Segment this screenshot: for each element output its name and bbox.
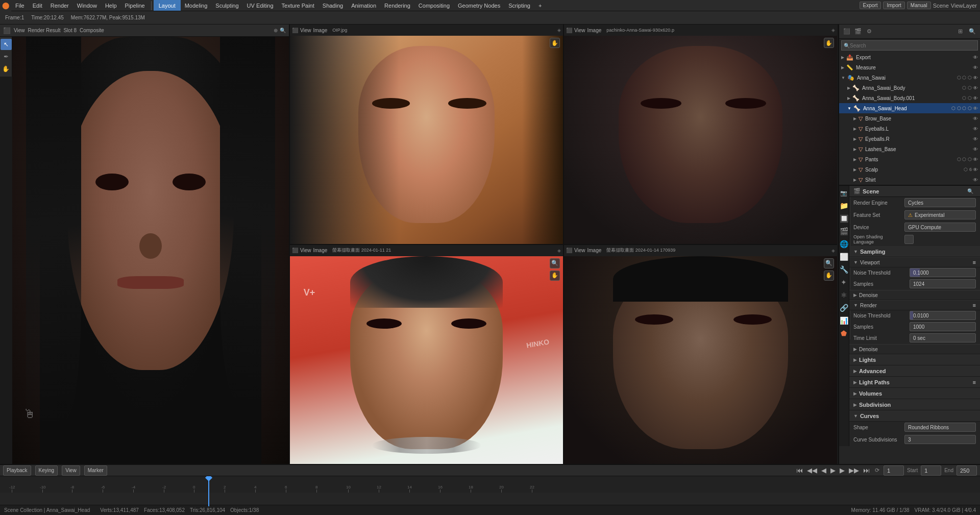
panel-icon-filter[interactable]: ⚙ [864, 26, 875, 37]
go-to-end-btn[interactable]: ⏭ [862, 467, 871, 474]
outliner-measure[interactable]: ▶ 📏 Measure 👁 [839, 62, 980, 72]
tl-view-btn[interactable]: View [300, 28, 311, 33]
tl-pan-icon[interactable]: ✋ [550, 38, 560, 48]
left-vp-zoom-icon[interactable]: 🔍 [280, 28, 286, 33]
left-vp-render-result[interactable]: Render Result [28, 28, 61, 33]
shirt-vis[interactable]: 👁 [973, 177, 978, 183]
anna-vis[interactable]: 👁 [973, 75, 978, 81]
blender-logo-icon[interactable]: ⬤ [0, 0, 11, 11]
body001-vis[interactable]: 👁 [973, 95, 978, 101]
left-vp-overlay-icon[interactable]: ⊕ [274, 28, 278, 33]
left-vp-composite[interactable]: Composite [80, 28, 104, 33]
sampling-section-header[interactable]: ▼ Sampling [849, 246, 980, 257]
tab-view-layer[interactable]: 🔲 [838, 212, 850, 225]
eyeR-vis[interactable]: 👁 [973, 136, 978, 142]
tool-hand[interactable]: ✋ [1, 63, 12, 75]
viewport-noise-bar[interactable]: 0.1000 [910, 268, 976, 277]
tr-view-btn[interactable]: View [574, 28, 585, 33]
scalp-vis[interactable]: 👁 [973, 167, 978, 173]
tl-image-btn[interactable]: Image [313, 28, 328, 33]
outliner-lashes-base[interactable]: ▶ ▽ Lashes_Base 👁 [839, 144, 980, 154]
bl-search-icon[interactable]: 🔍 [550, 258, 560, 268]
body-vis[interactable]: 👁 [973, 85, 978, 91]
viewport-cell-content-br[interactable]: 🔍 ✋ [564, 256, 837, 464]
outliner-eyeballs-l[interactable]: ▶ ▽ Eyeballs.L 👁 [839, 124, 980, 134]
workspace-animation[interactable]: Animation [347, 0, 380, 11]
workspace-geometry-nodes[interactable]: Geometry Nodes [454, 0, 504, 11]
go-to-start-btn[interactable]: ⏮ [795, 467, 804, 474]
viewport-cell-content-bl[interactable]: V+ HINKO 🔍 ✋ [290, 256, 563, 464]
bl-view-btn[interactable]: View [300, 248, 311, 253]
br-search-icon[interactable]: 🔍 [824, 258, 834, 268]
workspace-shading[interactable]: Shading [318, 0, 347, 11]
measure-vis[interactable]: 👁 [973, 65, 978, 70]
workspace-rendering[interactable]: Rendering [380, 0, 414, 11]
viewport-denoise-header[interactable]: ▶ Denoise [849, 290, 980, 300]
menu-window[interactable]: Window [73, 0, 101, 11]
workspace-add[interactable]: + [534, 0, 546, 11]
panel-view-icon[interactable]: ⊞ [954, 26, 966, 37]
open-shading-toggle[interactable] [904, 235, 914, 244]
br-view-btn[interactable]: View [574, 248, 585, 253]
left-vp-slot[interactable]: Slot 8 [63, 28, 77, 33]
menu-render[interactable]: Render [46, 0, 73, 11]
tab-object[interactable]: ⬜ [838, 251, 850, 263]
render-engine-value[interactable]: Cycles [904, 198, 976, 207]
tr-expand-icon[interactable]: ◈ [831, 28, 835, 33]
end-frame-input[interactable]: 250 [957, 465, 977, 476]
br-expand-icon[interactable]: ◈ [831, 248, 835, 253]
panel-icon-scene[interactable]: 🎬 [852, 26, 864, 37]
curve-subdiv-value[interactable]: 3 [904, 435, 976, 444]
workspace-compositing[interactable]: Compositing [414, 0, 454, 11]
outliner-scalp[interactable]: ▶ ▽ Scalp ⬡ 6 👁 [839, 164, 980, 175]
curves-shape-value[interactable]: Rounded Ribbons [904, 423, 976, 432]
feature-set-value[interactable]: ⚠ Experimental [904, 210, 976, 219]
left-vp-view-btn[interactable]: View [14, 28, 25, 33]
tab-scene[interactable]: 🎬 [838, 225, 850, 237]
render-expand-icon[interactable]: ≡ [973, 302, 976, 308]
outliner-shirt[interactable]: ▶ ▽ Shirt 👁 [839, 175, 980, 185]
tab-physics[interactable]: ⚛ [838, 289, 850, 301]
export-vis[interactable]: 👁 [973, 55, 978, 60]
tab-render[interactable]: 📷 [838, 187, 850, 199]
menu-pipeline[interactable]: Pipeline [121, 0, 149, 11]
play-btn[interactable]: ▶ [829, 467, 837, 474]
outliner-brow-base[interactable]: ▶ ▽ Brow_Base 👁 [839, 113, 980, 124]
manual-btn[interactable]: Manual [907, 2, 931, 9]
light-paths-section-header[interactable]: ▶ Light Paths ≡ [849, 377, 980, 388]
tab-material[interactable]: ⬟ [838, 327, 850, 339]
bl-pan-icon[interactable]: ✋ [550, 271, 560, 281]
device-value[interactable]: GPU Compute [904, 223, 976, 232]
menu-edit[interactable]: Edit [29, 0, 46, 11]
outliner-anna-head[interactable]: ▼ 🦴 Anna_Sawai_Head ⬡ ⬡ ⬡ ⬡ 👁 [839, 103, 980, 113]
prev-keyframe-btn[interactable]: ◀ [820, 467, 827, 474]
panel-icon-view3d[interactable]: ⬛ [841, 26, 852, 37]
outliner-anna-sawai[interactable]: ▼ 🎭 Anna_Sawai ⬡ ⬡ ⬡ 👁 [839, 72, 980, 83]
tab-constraints[interactable]: 🔗 [838, 302, 850, 314]
outliner-search-input[interactable] [850, 43, 975, 48]
scene-search-icon[interactable]: 🔍 [965, 186, 976, 197]
outliner-anna-body[interactable]: ▶ 🦴 Anna_Sawai_Body ⬡ ⬡ 👁 [839, 83, 980, 93]
view-menu[interactable]: View [62, 465, 80, 476]
subdivision-section-header[interactable]: ▶ Subdivision [849, 399, 980, 410]
workspace-scripting[interactable]: Scripting [504, 0, 534, 11]
tr-image-btn[interactable]: Image [587, 28, 602, 33]
pants-vis[interactable]: 👁 [973, 157, 978, 162]
brow-vis[interactable]: 👁 [973, 116, 978, 121]
render-noise-bar[interactable]: 0.0100 [910, 311, 976, 320]
panel-search-icon[interactable]: 🔍 [967, 26, 978, 37]
lights-section-header[interactable]: ▶ Lights [849, 354, 980, 365]
viewport-expand-icon[interactable]: ≡ [973, 259, 976, 265]
bl-expand-icon[interactable]: ◈ [557, 248, 561, 253]
next-keyframe-btn[interactable]: ▶ [839, 467, 846, 474]
outliner-export[interactable]: ▶ 📤 Export 👁 [839, 52, 980, 62]
eyeL-vis[interactable]: 👁 [973, 126, 978, 132]
outliner-search-bar[interactable]: 🔍 [841, 40, 978, 51]
light-paths-expand-icon[interactable]: ≡ [973, 379, 976, 385]
tr-pan-icon[interactable]: ✋ [824, 38, 834, 48]
tool-transform[interactable]: ✒ [1, 51, 12, 62]
viewport-cell-content-tr[interactable]: ✋ [564, 36, 837, 244]
lashes-vis[interactable]: 👁 [973, 146, 978, 152]
prev-frame-btn[interactable]: ◀◀ [806, 467, 818, 474]
workspace-texture[interactable]: Texture Paint [278, 0, 318, 11]
